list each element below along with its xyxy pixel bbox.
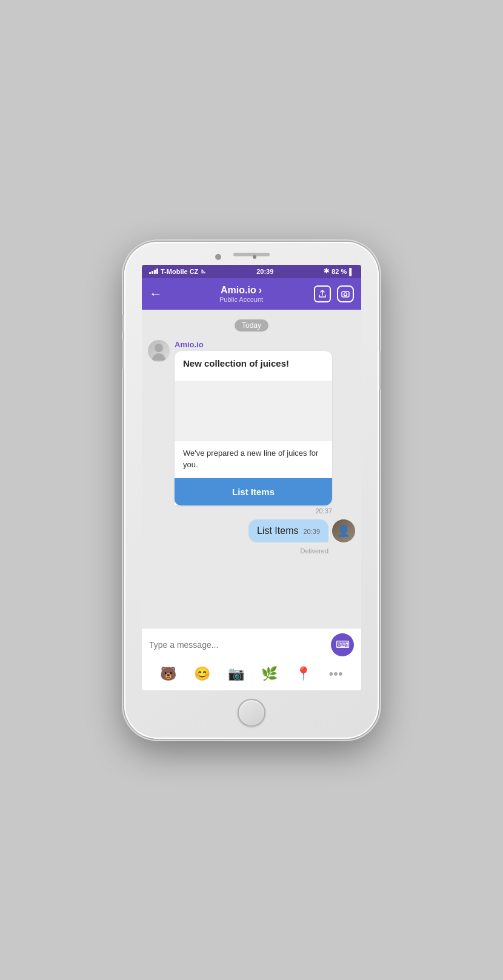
camera-toolbar-icon[interactable]: 📷: [225, 664, 247, 684]
bar4: [156, 268, 158, 274]
input-bar: ⌨ 🐻 😊 📷 🌿 📍 •••: [142, 628, 361, 690]
bot-message-content: Amio.io New collection of juices! We've …: [175, 340, 332, 515]
list-items-button[interactable]: List Items: [175, 478, 332, 505]
header-actions: [314, 285, 354, 302]
user-bubble-time: 20:39: [303, 528, 320, 535]
carrier-label: T-Mobile CZ: [161, 268, 198, 275]
bot-message-time: 20:37: [175, 507, 332, 515]
bluetooth-icon: ✱: [324, 267, 329, 275]
volume-down-button: [122, 339, 124, 369]
bar2: [152, 271, 153, 274]
more-icon[interactable]: •••: [327, 664, 345, 684]
input-row: ⌨: [142, 628, 361, 661]
emoji-icon[interactable]: 😊: [192, 664, 213, 684]
doodle-icon[interactable]: 🌿: [259, 664, 280, 684]
delivered-label: Delivered: [148, 547, 328, 555]
location-icon[interactable]: 📍: [293, 664, 314, 684]
back-button[interactable]: ←: [149, 286, 162, 302]
bar3: [154, 270, 156, 274]
header-subtitle: Public Account: [168, 296, 314, 303]
bot-message-row: Amio.io New collection of juices! We've …: [148, 340, 355, 515]
power-button: [379, 351, 381, 390]
bubble-image: [175, 381, 332, 441]
volume-up-button: [122, 315, 124, 333]
user-avatar-image: 👤: [332, 519, 355, 542]
camera-button[interactable]: [337, 285, 354, 302]
front-camera: [215, 254, 221, 260]
status-bar: T-Mobile CZ ⊾ 20:39 ✱ 82 % ▌: [142, 265, 361, 278]
header-title: Amio.io ›: [168, 285, 314, 296]
bot-avatar-image: [148, 340, 170, 362]
bot-bubble: New collection of juices! We've prepared…: [175, 351, 332, 505]
toolbar-row: 🐻 😊 📷 🌿 📍 •••: [142, 661, 361, 690]
header-title-block: Amio.io › Public Account: [168, 285, 314, 303]
battery-icon: ▌: [349, 268, 354, 275]
keyboard-button[interactable]: ⌨: [331, 633, 354, 656]
battery-label: 82 %: [331, 268, 347, 275]
camera-icon: [341, 290, 350, 298]
speaker-grille: [233, 253, 270, 256]
status-right: ✱ 82 % ▌: [324, 267, 354, 275]
chat-area: Today Amio.io New collection of juices! …: [142, 310, 361, 628]
home-button[interactable]: [238, 699, 265, 727]
contact-name: Amio.io: [221, 285, 256, 296]
signal-bars: [149, 268, 158, 274]
phone-frame: T-Mobile CZ ⊾ 20:39 ✱ 82 % ▌ ← Amio.io ›…: [124, 242, 379, 739]
bot-bubble-body: We've prepared a new line of juices for …: [175, 441, 332, 478]
date-badge: Today: [148, 319, 355, 332]
user-bubble: List Items 20:39: [248, 519, 328, 542]
status-left: T-Mobile CZ ⊾: [149, 267, 206, 275]
home-button-area: [124, 690, 379, 739]
bot-bubble-title: New collection of juices!: [183, 358, 324, 368]
user-bubble-text: List Items: [257, 525, 298, 536]
svg-point-1: [344, 293, 347, 296]
chat-header: ← Amio.io › Public Account: [142, 278, 361, 310]
bar1: [149, 272, 151, 274]
phone-screen: T-Mobile CZ ⊾ 20:39 ✱ 82 % ▌ ← Amio.io ›…: [142, 265, 361, 690]
bot-name: Amio.io: [175, 340, 332, 349]
bot-bubble-text: New collection of juices!: [175, 351, 332, 381]
user-message-row: List Items 20:39 👤: [148, 519, 355, 542]
wifi-icon: ⊾: [201, 267, 206, 275]
message-input[interactable]: [149, 640, 326, 650]
status-time: 20:39: [256, 268, 273, 275]
sensor-dot: [253, 255, 256, 259]
bot-avatar: [148, 340, 170, 362]
chevron-right-icon: ›: [259, 285, 262, 296]
date-badge-text: Today: [235, 319, 268, 332]
sticker-icon[interactable]: 🐻: [158, 664, 179, 684]
user-avatar: 👤: [332, 519, 355, 542]
share-button[interactable]: [314, 285, 331, 302]
share-icon: [318, 290, 327, 298]
